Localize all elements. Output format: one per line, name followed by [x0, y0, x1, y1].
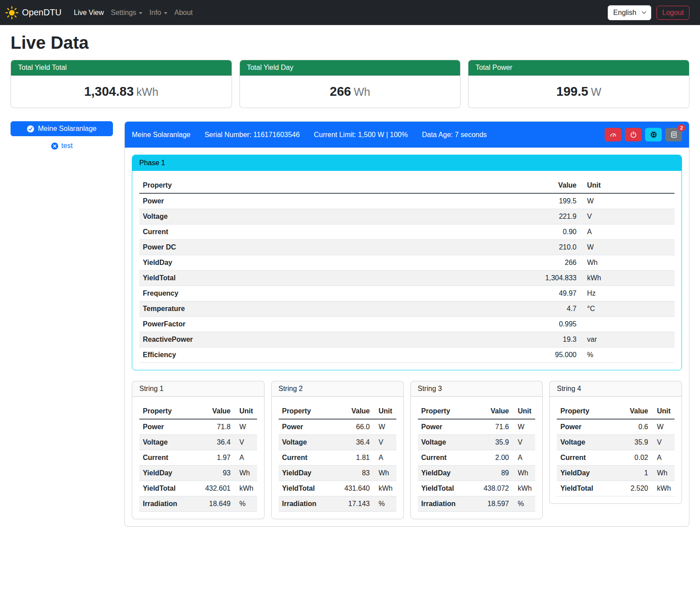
nav-settings[interactable]: Settings — [107, 5, 146, 20]
brand-logo[interactable]: OpenDTU — [5, 6, 62, 19]
property-cell: Frequency — [139, 286, 523, 301]
inverter-card-header: Meine Solaranlage Serial Number: 1161716… — [125, 122, 689, 148]
power-toggle-button[interactable] — [625, 128, 642, 141]
speedometer-icon — [609, 131, 617, 138]
property-cell: YieldDay — [418, 466, 476, 481]
table-row: Current 1.97 A — [139, 450, 257, 466]
property-cell: YieldDay — [557, 466, 615, 481]
nav-info-label: Info — [149, 9, 161, 17]
inverter-select-active[interactable]: Meine Solaranlage — [11, 121, 113, 136]
property-cell: Power DC — [139, 240, 523, 255]
content-row: Meine Solaranlage test Meine Solaranlage… — [11, 121, 689, 527]
table-row: Irradiation 18.597 % — [418, 496, 536, 512]
unit-cell: A — [652, 450, 675, 466]
property-cell: Efficiency — [139, 347, 523, 363]
page-title: Live Data — [11, 33, 689, 53]
property-cell: Power — [139, 193, 523, 209]
unit-cell: W — [580, 193, 675, 209]
table-row: PowerFactor 0.995 — [139, 317, 675, 332]
string-4-title: String 4 — [550, 381, 682, 397]
property-cell: Current — [279, 450, 337, 466]
language-select[interactable]: English — [608, 5, 651, 20]
value-cell: 89 — [475, 466, 512, 481]
property-cell: YieldTotal — [279, 481, 337, 496]
device-info-button[interactable] — [645, 128, 662, 141]
property-cell: YieldTotal — [418, 481, 476, 496]
unit-cell — [580, 317, 675, 332]
strings-row: String 1 Property Value Unit — [132, 381, 682, 519]
property-cell: Power — [557, 419, 615, 435]
power-icon — [630, 131, 637, 138]
table-row: Irradiation 17.143 % — [279, 496, 396, 512]
journal-icon — [670, 131, 678, 138]
check-circle-icon — [27, 125, 34, 133]
nav-info[interactable]: Info — [146, 5, 171, 20]
summary-row: Total Yield Total 1,304.83kWh Total Yiel… — [11, 60, 689, 108]
phase-1-body: Property Value Unit Power — [132, 171, 682, 370]
value-cell: 0.6 — [615, 419, 652, 435]
nav-about[interactable]: About — [171, 5, 196, 20]
inverter-select-label: Meine Solaranlage — [38, 125, 96, 133]
property-cell: Irradiation — [279, 496, 337, 512]
value-cell: 66.0 — [337, 419, 374, 435]
limit-settings-button[interactable] — [605, 128, 621, 141]
card-body: 199.5W — [468, 76, 689, 108]
table-row: Power 66.0 W — [279, 419, 396, 435]
card-title: Total Yield Day — [240, 60, 461, 76]
table-row: YieldTotal 2.520 kWh — [557, 481, 675, 496]
value-cell: 71.6 — [475, 419, 512, 435]
property-cell: YieldDay — [139, 255, 523, 271]
string-3-table: Property Value Unit Power — [418, 404, 536, 512]
table-row: YieldDay 93 Wh — [139, 466, 257, 481]
property-cell: Voltage — [139, 209, 523, 224]
property-cell: Current — [139, 450, 197, 466]
property-cell: YieldDay — [139, 466, 197, 481]
total-power-card: Total Power 199.5W — [468, 60, 689, 108]
table-row: ReactivePower 19.3 var — [139, 332, 675, 347]
total-yield-day-value: 266 — [330, 84, 351, 98]
value-cell: 1.81 — [337, 450, 374, 466]
property-cell: YieldTotal — [557, 481, 615, 496]
value-header: Value — [337, 404, 374, 419]
unit-cell: V — [374, 435, 396, 450]
sun-icon — [5, 6, 18, 19]
value-cell: 18.597 — [475, 496, 512, 512]
unit-cell: kWh — [512, 481, 535, 496]
inverter-actions: 2 — [605, 128, 682, 141]
unit-cell: var — [580, 332, 675, 347]
nav-live-view[interactable]: Live View — [70, 5, 107, 20]
property-cell: Current — [418, 450, 476, 466]
value-cell: 1.97 — [197, 450, 234, 466]
inverter-select-test-label: test — [62, 142, 73, 150]
total-yield-day-unit: Wh — [354, 86, 370, 98]
table-row: YieldTotal 1,304.833 kWh — [139, 271, 675, 286]
inverter-limit: Current Limit: 1,500 W | 100% — [314, 131, 408, 139]
total-yield-day-card: Total Yield Day 266Wh — [239, 60, 461, 108]
inverter-sidebar: Meine Solaranlage test — [11, 121, 113, 150]
total-yield-total-value: 1,304.83 — [84, 84, 134, 98]
property-cell: YieldTotal — [139, 481, 197, 496]
table-row: YieldTotal 438.072 kWh — [418, 481, 536, 496]
logout-button[interactable]: Logout — [656, 6, 689, 20]
page-container: Live Data Total Yield Total 1,304.83kWh … — [0, 25, 700, 537]
inverter-card-body: Phase 1 Property Value Unit — [125, 148, 689, 526]
table-header-row: Property Value Unit — [418, 404, 536, 419]
property-cell: Voltage — [279, 435, 337, 450]
table-row: Power 71.6 W — [418, 419, 536, 435]
property-cell: Power — [279, 419, 337, 435]
total-power-value: 199.5 — [556, 84, 588, 98]
unit-header: Unit — [512, 404, 535, 419]
unit-cell: Wh — [580, 255, 675, 271]
property-header: Property — [557, 404, 615, 419]
table-row: Current 1.81 A — [279, 450, 396, 466]
value-cell: 19.3 — [523, 332, 580, 347]
property-cell: Temperature — [139, 301, 523, 317]
inverter-select-test[interactable]: test — [11, 142, 113, 150]
string-2-table: Property Value Unit Power — [279, 404, 396, 512]
value-header: Value — [197, 404, 234, 419]
event-log-button[interactable]: 2 — [665, 128, 682, 141]
table-row: YieldDay 1 Wh — [557, 466, 675, 481]
table-header-row: Property Value Unit — [279, 404, 396, 419]
value-header: Value — [615, 404, 652, 419]
value-cell: 210.0 — [523, 240, 580, 255]
